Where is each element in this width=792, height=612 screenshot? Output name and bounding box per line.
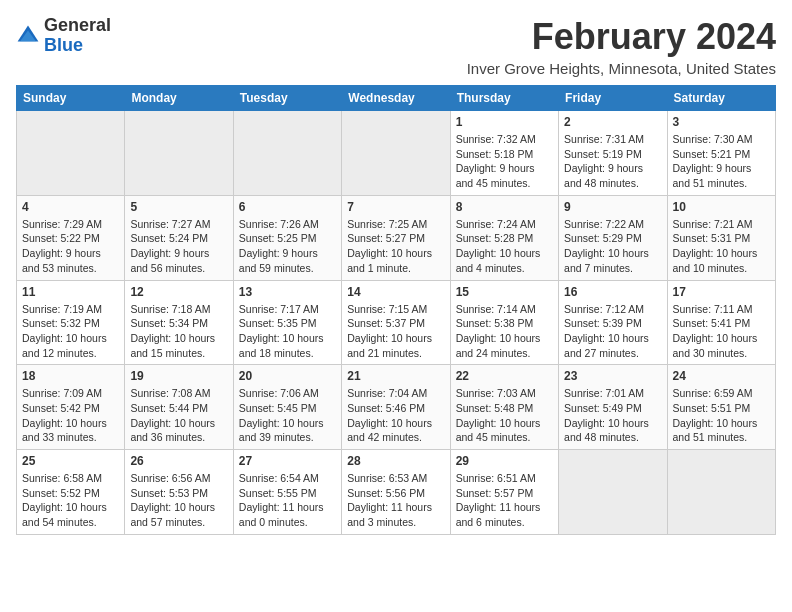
day-info: Sunrise: 7:24 AMSunset: 5:28 PMDaylight:…: [456, 217, 553, 276]
calendar-cell: 25Sunrise: 6:58 AMSunset: 5:52 PMDayligh…: [17, 450, 125, 535]
day-number: 1: [456, 115, 553, 129]
day-number: 9: [564, 200, 661, 214]
day-info: Sunrise: 7:14 AMSunset: 5:38 PMDaylight:…: [456, 302, 553, 361]
day-info: Sunrise: 7:15 AMSunset: 5:37 PMDaylight:…: [347, 302, 444, 361]
calendar-cell: 21Sunrise: 7:04 AMSunset: 5:46 PMDayligh…: [342, 365, 450, 450]
calendar-cell: [125, 111, 233, 196]
calendar-cell: 7Sunrise: 7:25 AMSunset: 5:27 PMDaylight…: [342, 195, 450, 280]
day-number: 3: [673, 115, 770, 129]
page-header: General Blue February 2024 Inver Grove H…: [16, 16, 776, 77]
day-info: Sunrise: 7:09 AMSunset: 5:42 PMDaylight:…: [22, 386, 119, 445]
calendar-cell: 22Sunrise: 7:03 AMSunset: 5:48 PMDayligh…: [450, 365, 558, 450]
weekday-header-row: SundayMondayTuesdayWednesdayThursdayFrid…: [17, 86, 776, 111]
logo: General Blue: [16, 16, 111, 56]
day-info: Sunrise: 7:03 AMSunset: 5:48 PMDaylight:…: [456, 386, 553, 445]
day-number: 10: [673, 200, 770, 214]
day-info: Sunrise: 7:19 AMSunset: 5:32 PMDaylight:…: [22, 302, 119, 361]
calendar-week-5: 25Sunrise: 6:58 AMSunset: 5:52 PMDayligh…: [17, 450, 776, 535]
calendar-cell: 1Sunrise: 7:32 AMSunset: 5:18 PMDaylight…: [450, 111, 558, 196]
weekday-header-friday: Friday: [559, 86, 667, 111]
day-number: 13: [239, 285, 336, 299]
calendar-week-2: 4Sunrise: 7:29 AMSunset: 5:22 PMDaylight…: [17, 195, 776, 280]
day-info: Sunrise: 7:06 AMSunset: 5:45 PMDaylight:…: [239, 386, 336, 445]
calendar-cell: 8Sunrise: 7:24 AMSunset: 5:28 PMDaylight…: [450, 195, 558, 280]
day-number: 16: [564, 285, 661, 299]
calendar-cell: 3Sunrise: 7:30 AMSunset: 5:21 PMDaylight…: [667, 111, 775, 196]
calendar-week-3: 11Sunrise: 7:19 AMSunset: 5:32 PMDayligh…: [17, 280, 776, 365]
weekday-header-monday: Monday: [125, 86, 233, 111]
day-number: 7: [347, 200, 444, 214]
day-info: Sunrise: 7:26 AMSunset: 5:25 PMDaylight:…: [239, 217, 336, 276]
day-number: 2: [564, 115, 661, 129]
day-number: 19: [130, 369, 227, 383]
calendar-cell: 24Sunrise: 6:59 AMSunset: 5:51 PMDayligh…: [667, 365, 775, 450]
day-number: 15: [456, 285, 553, 299]
logo-general-text: General: [44, 15, 111, 35]
day-number: 18: [22, 369, 119, 383]
calendar-cell: [667, 450, 775, 535]
day-info: Sunrise: 6:56 AMSunset: 5:53 PMDaylight:…: [130, 471, 227, 530]
day-number: 22: [456, 369, 553, 383]
day-number: 14: [347, 285, 444, 299]
calendar-cell: [342, 111, 450, 196]
day-info: Sunrise: 6:59 AMSunset: 5:51 PMDaylight:…: [673, 386, 770, 445]
weekday-header-tuesday: Tuesday: [233, 86, 341, 111]
day-number: 23: [564, 369, 661, 383]
day-info: Sunrise: 7:18 AMSunset: 5:34 PMDaylight:…: [130, 302, 227, 361]
day-number: 26: [130, 454, 227, 468]
calendar-cell: [233, 111, 341, 196]
calendar-cell: 4Sunrise: 7:29 AMSunset: 5:22 PMDaylight…: [17, 195, 125, 280]
calendar-cell: 13Sunrise: 7:17 AMSunset: 5:35 PMDayligh…: [233, 280, 341, 365]
calendar-body: 1Sunrise: 7:32 AMSunset: 5:18 PMDaylight…: [17, 111, 776, 535]
weekday-header-wednesday: Wednesday: [342, 86, 450, 111]
day-number: 5: [130, 200, 227, 214]
day-number: 20: [239, 369, 336, 383]
day-info: Sunrise: 6:53 AMSunset: 5:56 PMDaylight:…: [347, 471, 444, 530]
calendar-cell: 18Sunrise: 7:09 AMSunset: 5:42 PMDayligh…: [17, 365, 125, 450]
calendar-cell: 20Sunrise: 7:06 AMSunset: 5:45 PMDayligh…: [233, 365, 341, 450]
day-number: 21: [347, 369, 444, 383]
calendar-cell: 14Sunrise: 7:15 AMSunset: 5:37 PMDayligh…: [342, 280, 450, 365]
day-info: Sunrise: 7:22 AMSunset: 5:29 PMDaylight:…: [564, 217, 661, 276]
calendar-cell: 15Sunrise: 7:14 AMSunset: 5:38 PMDayligh…: [450, 280, 558, 365]
weekday-header-sunday: Sunday: [17, 86, 125, 111]
calendar-cell: 29Sunrise: 6:51 AMSunset: 5:57 PMDayligh…: [450, 450, 558, 535]
day-info: Sunrise: 7:27 AMSunset: 5:24 PMDaylight:…: [130, 217, 227, 276]
day-info: Sunrise: 6:58 AMSunset: 5:52 PMDaylight:…: [22, 471, 119, 530]
calendar-cell: 19Sunrise: 7:08 AMSunset: 5:44 PMDayligh…: [125, 365, 233, 450]
day-info: Sunrise: 7:04 AMSunset: 5:46 PMDaylight:…: [347, 386, 444, 445]
calendar-cell: 6Sunrise: 7:26 AMSunset: 5:25 PMDaylight…: [233, 195, 341, 280]
day-number: 4: [22, 200, 119, 214]
day-number: 28: [347, 454, 444, 468]
day-number: 27: [239, 454, 336, 468]
calendar-cell: 17Sunrise: 7:11 AMSunset: 5:41 PMDayligh…: [667, 280, 775, 365]
day-info: Sunrise: 6:51 AMSunset: 5:57 PMDaylight:…: [456, 471, 553, 530]
day-number: 6: [239, 200, 336, 214]
calendar-cell: 16Sunrise: 7:12 AMSunset: 5:39 PMDayligh…: [559, 280, 667, 365]
day-number: 17: [673, 285, 770, 299]
day-info: Sunrise: 7:25 AMSunset: 5:27 PMDaylight:…: [347, 217, 444, 276]
day-info: Sunrise: 7:17 AMSunset: 5:35 PMDaylight:…: [239, 302, 336, 361]
calendar-week-1: 1Sunrise: 7:32 AMSunset: 5:18 PMDaylight…: [17, 111, 776, 196]
calendar-cell: 28Sunrise: 6:53 AMSunset: 5:56 PMDayligh…: [342, 450, 450, 535]
day-info: Sunrise: 7:01 AMSunset: 5:49 PMDaylight:…: [564, 386, 661, 445]
calendar-cell: 11Sunrise: 7:19 AMSunset: 5:32 PMDayligh…: [17, 280, 125, 365]
month-title: February 2024: [467, 16, 776, 58]
day-info: Sunrise: 7:12 AMSunset: 5:39 PMDaylight:…: [564, 302, 661, 361]
logo-blue-text: Blue: [44, 35, 83, 55]
calendar-cell: 27Sunrise: 6:54 AMSunset: 5:55 PMDayligh…: [233, 450, 341, 535]
day-number: 8: [456, 200, 553, 214]
day-info: Sunrise: 7:32 AMSunset: 5:18 PMDaylight:…: [456, 132, 553, 191]
calendar-week-4: 18Sunrise: 7:09 AMSunset: 5:42 PMDayligh…: [17, 365, 776, 450]
day-number: 11: [22, 285, 119, 299]
title-block: February 2024 Inver Grove Heights, Minne…: [467, 16, 776, 77]
calendar-cell: 23Sunrise: 7:01 AMSunset: 5:49 PMDayligh…: [559, 365, 667, 450]
day-info: Sunrise: 7:31 AMSunset: 5:19 PMDaylight:…: [564, 132, 661, 191]
day-info: Sunrise: 7:08 AMSunset: 5:44 PMDaylight:…: [130, 386, 227, 445]
weekday-header-saturday: Saturday: [667, 86, 775, 111]
day-info: Sunrise: 7:29 AMSunset: 5:22 PMDaylight:…: [22, 217, 119, 276]
weekday-header-thursday: Thursday: [450, 86, 558, 111]
location-title: Inver Grove Heights, Minnesota, United S…: [467, 60, 776, 77]
day-number: 12: [130, 285, 227, 299]
calendar-cell: 26Sunrise: 6:56 AMSunset: 5:53 PMDayligh…: [125, 450, 233, 535]
